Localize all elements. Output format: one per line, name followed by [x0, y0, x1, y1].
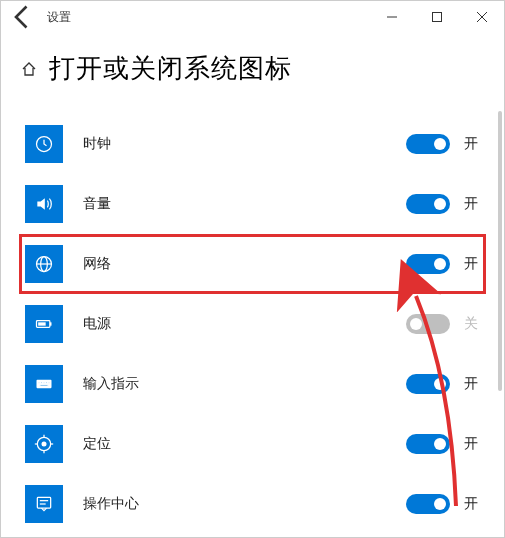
setting-row-clock: 时钟开 — [19, 114, 486, 174]
svg-rect-17 — [40, 385, 48, 387]
setting-row-volume: 音量开 — [19, 174, 486, 234]
location-icon — [25, 425, 63, 463]
toggle-state-label: 开 — [464, 195, 486, 213]
svg-point-19 — [42, 442, 47, 447]
toggle-state-label: 开 — [464, 495, 486, 513]
toggle-action[interactable] — [406, 494, 450, 514]
svg-rect-10 — [38, 322, 46, 325]
minimize-button[interactable] — [369, 1, 414, 33]
svg-rect-1 — [432, 13, 441, 22]
back-button[interactable] — [9, 3, 37, 31]
setting-label: 输入指示 — [83, 375, 406, 393]
svg-rect-14 — [43, 382, 45, 384]
input-icon — [25, 365, 63, 403]
page-header: 打开或关闭系统图标 — [1, 33, 504, 114]
svg-rect-12 — [38, 382, 40, 384]
svg-rect-24 — [37, 497, 50, 508]
toggle-state-label: 开 — [464, 435, 486, 453]
close-button[interactable] — [459, 1, 504, 33]
home-icon[interactable] — [21, 61, 37, 81]
power-icon — [25, 305, 63, 343]
toggle-clock[interactable] — [406, 134, 450, 154]
svg-rect-16 — [48, 382, 50, 384]
setting-label: 电源 — [83, 315, 406, 333]
window-title: 设置 — [47, 9, 71, 26]
action-icon — [25, 485, 63, 523]
maximize-button[interactable] — [414, 1, 459, 33]
toggle-location[interactable] — [406, 434, 450, 454]
setting-row-input: 输入指示开 — [19, 354, 486, 414]
svg-rect-9 — [50, 322, 52, 325]
setting-row-location: 定位开 — [19, 414, 486, 474]
setting-row-power: 电源关 — [19, 294, 486, 354]
toggle-state-label: 开 — [464, 135, 486, 153]
toggle-volume[interactable] — [406, 194, 450, 214]
scrollbar[interactable] — [498, 111, 502, 391]
toggle-network[interactable] — [406, 254, 450, 274]
titlebar: 设置 — [1, 1, 504, 33]
svg-rect-15 — [46, 382, 48, 384]
toggle-input[interactable] — [406, 374, 450, 394]
page-title: 打开或关闭系统图标 — [49, 51, 292, 86]
clock-icon — [25, 125, 63, 163]
toggle-state-label: 开 — [464, 255, 486, 273]
setting-row-network: 网络开 — [19, 234, 486, 294]
toggle-state-label: 开 — [464, 375, 486, 393]
setting-label: 音量 — [83, 195, 406, 213]
volume-icon — [25, 185, 63, 223]
toggle-power[interactable] — [406, 314, 450, 334]
setting-label: 操作中心 — [83, 495, 406, 513]
settings-list: 时钟开音量开网络开电源关输入指示开定位开操作中心开 — [1, 114, 504, 534]
network-icon — [25, 245, 63, 283]
setting-label: 时钟 — [83, 135, 406, 153]
setting-row-action: 操作中心开 — [19, 474, 486, 534]
setting-label: 定位 — [83, 435, 406, 453]
toggle-state-label: 关 — [464, 315, 486, 333]
svg-rect-13 — [41, 382, 43, 384]
setting-label: 网络 — [83, 255, 406, 273]
